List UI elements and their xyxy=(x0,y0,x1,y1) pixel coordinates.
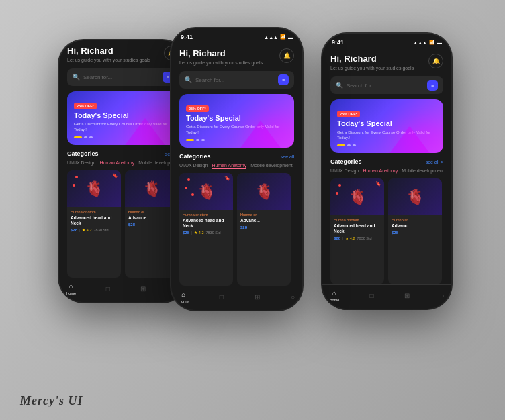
banner-desc-3: Get a Discount for Every Course Order on… xyxy=(337,130,437,141)
search-bar-1[interactable]: 🔍 Search for... ≡ xyxy=(67,68,179,86)
search-bar-3[interactable]: 🔍 Search for... ≡ xyxy=(330,76,443,94)
grid-icon-1: ⊞ xyxy=(140,285,146,293)
cat-uiux-2[interactable]: UI/UX Design xyxy=(179,163,208,169)
subtitle-3: Let us guide you with your studies goals xyxy=(330,65,414,71)
anatomy-figure-3: 🫀 xyxy=(349,189,367,206)
header-3: Hi, Richard Let us guide you with your s… xyxy=(330,54,443,71)
course-info-3: Humna onotom Advanced head and Neck $28 … xyxy=(330,215,384,243)
red-dot-1 xyxy=(75,176,78,178)
rd-1 xyxy=(187,178,190,181)
anatomy-figure-1: 🫀 xyxy=(85,180,103,198)
subtitle-2: Let us guide you with your studies goals xyxy=(179,60,263,66)
phone-1: Hi, Richard Let us guide you with your s… xyxy=(59,40,187,302)
nav-book-2[interactable]: □ xyxy=(220,293,224,301)
see-all-3[interactable]: see all > xyxy=(426,160,443,164)
course-name-2: Advanced head and Neck xyxy=(183,218,230,229)
bell-button-2[interactable]: 🔔 xyxy=(279,48,294,63)
nav-grid-3[interactable]: ⊞ xyxy=(404,292,410,299)
course-name-1: Advanced head and Neck xyxy=(71,215,118,226)
banner-title-2: Today's Special xyxy=(186,114,287,123)
course-img-3: 🫀 🔖 xyxy=(330,178,384,215)
nav-profile-2[interactable]: ○ xyxy=(291,293,295,301)
categories-title-1: Categories xyxy=(67,150,99,157)
banner-desc-2: Get a Discount for Every Course Order on… xyxy=(186,125,287,136)
nav-book-3[interactable]: □ xyxy=(370,292,374,299)
book-icon-2: □ xyxy=(220,293,224,301)
filter-button-2[interactable]: ≡ xyxy=(278,74,289,85)
banner-dots-3 xyxy=(337,144,437,146)
nav-grid-1[interactable]: ⊞ xyxy=(140,285,146,293)
cat-mobile-3[interactable]: Mobile development xyxy=(402,168,444,174)
cat-anatomy-1[interactable]: Human Anatomy xyxy=(99,160,134,166)
cat-uiux-1[interactable]: UI/UX Design xyxy=(67,160,95,166)
course-rating-2: ★ 4.2 xyxy=(194,231,203,235)
nav-home-1[interactable]: ⌂ Home xyxy=(66,282,76,295)
see-all-2[interactable]: see all xyxy=(281,154,294,159)
subtitle-1: Let us guide you with your studies goals xyxy=(67,57,150,63)
courses-list-1: 🫀 🔖 Humna onotom Advanced head and Neck … xyxy=(67,170,179,278)
app-content-1: Hi, Richard Let us guide you with your s… xyxy=(59,40,187,278)
cat-mobile-2[interactable]: Mobile development xyxy=(250,163,293,169)
nav-grid-2[interactable]: ⊞ xyxy=(255,293,260,301)
course-price-2-1: $28 xyxy=(128,223,135,227)
cat-anatomy-2[interactable]: Human Anatomy xyxy=(212,163,246,169)
course-card-2b[interactable]: 🫀 Humna or Advanc... $28 xyxy=(237,173,291,286)
watermark: Mercy's UI xyxy=(20,394,83,408)
bottom-nav-1: ⌂ Home □ ⊞ ○ xyxy=(59,278,187,302)
course-name-3b: Advanc xyxy=(392,223,439,229)
course-card-3b[interactable]: 🫀 Humno an Advanc $28 xyxy=(388,178,442,284)
anatomy-figure-3b: 🫀 xyxy=(406,189,424,206)
bookmark-icon-2[interactable]: 🔖 xyxy=(224,176,230,181)
bell-icon-2: 🔔 xyxy=(283,52,291,59)
banner-dot-2-3 xyxy=(347,144,351,146)
categories-header-2: Categories see all xyxy=(179,153,294,160)
bookmark-icon-3[interactable]: 🔖 xyxy=(375,181,381,187)
course-meta-3: $28 | ★ 4.2 7830 Std xyxy=(334,236,381,240)
course-meta-2b: $28 xyxy=(240,225,287,229)
banner-card-2: 25% OFF* Today's Special Get a Discount … xyxy=(179,94,294,148)
cat-uiux-3[interactable]: UI/UX Design xyxy=(330,168,359,174)
course-card-2-1[interactable]: 🫀 Humno or Advance $28 xyxy=(125,170,179,278)
banner-dot-3-2 xyxy=(201,139,205,141)
banner-dot-3-3 xyxy=(353,144,356,146)
banner-title-3: Today's Special xyxy=(337,119,437,128)
cat-anatomy-3[interactable]: Human Anatomy xyxy=(363,168,398,174)
search-placeholder-2: Search for... xyxy=(195,77,278,83)
categories-list-3: UI/UX Design Human Anatomy Mobile develo… xyxy=(330,168,443,174)
status-icons-3: ▲▲▲ 📶 ▬ xyxy=(413,40,442,45)
course-name-2-1: Advance xyxy=(128,215,175,221)
course-cat-3b: Humno an xyxy=(392,218,439,222)
bell-button-3[interactable]: 🔔 xyxy=(428,54,443,68)
bookmark-icon-1[interactable]: 🔖 xyxy=(112,173,118,178)
nav-home-label-1: Home xyxy=(66,291,76,295)
anatomy-figure-2b: 🫀 xyxy=(255,183,273,201)
book-icon-1: □ xyxy=(106,285,110,293)
anatomy-figure-2-1: 🫀 xyxy=(143,180,161,198)
course-rating-1: ★ 4.2 xyxy=(82,228,91,232)
status-time-2: 9:41 xyxy=(181,34,193,40)
course-card-2[interactable]: 🫀 🔖 Humna onotom Advanced head and Neck … xyxy=(179,173,233,286)
search-bar-2[interactable]: 🔍 Search for... ≡ xyxy=(179,71,294,89)
rd-2 xyxy=(185,187,187,189)
banner-dot-active-1 xyxy=(74,136,82,138)
cat-mobile-1[interactable]: Mobile develop... xyxy=(138,160,174,166)
banner-dot-2-1 xyxy=(84,136,87,138)
search-placeholder-3: Search for... xyxy=(347,83,427,89)
course-card-1[interactable]: 🫀 🔖 Humna onotom Advanced head and Neck … xyxy=(67,170,121,278)
course-name-3: Advanced head and Neck xyxy=(334,223,381,234)
nav-home-3[interactable]: ⌂ Home xyxy=(330,289,340,302)
course-card-3[interactable]: 🫀 🔖 Humna onotom Advanced head and Neck … xyxy=(330,178,384,284)
filter-button-3[interactable]: ≡ xyxy=(427,80,438,91)
course-info-2: Humna onotom Advanced head and Neck $28 … xyxy=(179,210,233,238)
course-cat-1: Humna onotom xyxy=(71,210,118,214)
header-text-3: Hi, Richard Let us guide you with your s… xyxy=(330,54,414,71)
nav-profile-3[interactable]: ○ xyxy=(440,292,444,299)
course-img-3b: 🫀 xyxy=(388,178,442,215)
search-icon-1: 🔍 xyxy=(73,74,80,81)
bottom-nav-2: ⌂ Home □ ⊞ ○ xyxy=(171,286,302,310)
nav-book-1[interactable]: □ xyxy=(106,285,110,293)
nav-home-2[interactable]: ⌂ Home xyxy=(179,291,189,303)
app-content-2: Hi, Richard Let us guide you with your s… xyxy=(171,43,302,286)
course-cat-3: Humna onotom xyxy=(334,218,381,222)
banner-tag-3: 25% OFF* xyxy=(337,111,360,117)
